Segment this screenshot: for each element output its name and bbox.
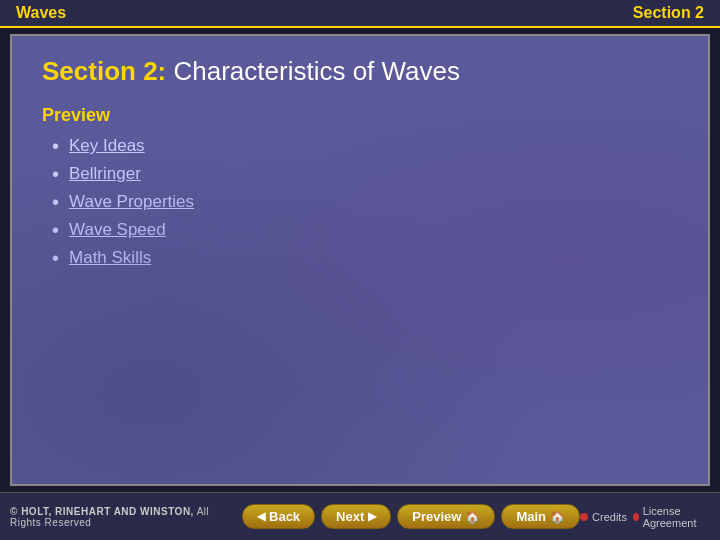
- bullet-dot: •: [52, 164, 59, 184]
- preview-label: Preview: [412, 509, 461, 524]
- bullet-dot: •: [52, 248, 59, 268]
- credits-button[interactable]: Credits: [580, 511, 627, 523]
- main-home-icon: 🏠: [550, 510, 565, 524]
- bellringer-link[interactable]: Bellringer: [69, 164, 141, 184]
- list-item: • Key Ideas: [52, 136, 678, 156]
- next-label: Next: [336, 509, 364, 524]
- slide-title-bold: Section 2:: [42, 56, 166, 86]
- next-arrow-icon: ▶: [368, 510, 376, 523]
- bullet-dot: •: [52, 136, 59, 156]
- list-item: • Wave Speed: [52, 220, 678, 240]
- slide-container: Section 2: Characteristics of Waves Prev…: [10, 34, 710, 486]
- preview-button[interactable]: Preview 🏠: [397, 504, 495, 529]
- preview-home-icon: 🏠: [465, 510, 480, 524]
- main-button[interactable]: Main 🏠: [501, 504, 580, 529]
- list-item: • Bellringer: [52, 164, 678, 184]
- copyright-text: © HOLT, RINEHART AND WINSTON,: [10, 506, 194, 517]
- list-item: • Wave Properties: [52, 192, 678, 212]
- list-item: • Math Skills: [52, 248, 678, 268]
- top-bar-right-title: Section 2: [633, 4, 704, 22]
- back-arrow-icon: ◀: [257, 510, 265, 523]
- preview-label: Preview: [42, 105, 678, 126]
- footer-links: Credits License Agreement: [580, 505, 710, 529]
- bottom-bar: © HOLT, RINEHART AND WINSTON, All Rights…: [0, 492, 720, 540]
- math-skills-link[interactable]: Math Skills: [69, 248, 151, 268]
- license-button[interactable]: License Agreement: [633, 505, 710, 529]
- bullet-dot: •: [52, 220, 59, 240]
- main-label: Main: [516, 509, 546, 524]
- slide-title-normal: Characteristics of Waves: [166, 56, 460, 86]
- license-dot-icon: [633, 513, 639, 521]
- copyright-area: © HOLT, RINEHART AND WINSTON, All Rights…: [10, 506, 242, 528]
- back-button[interactable]: ◀ Back: [242, 504, 315, 529]
- license-label: License Agreement: [643, 505, 710, 529]
- top-bar: Waves Section 2: [0, 0, 720, 28]
- wave-properties-link[interactable]: Wave Properties: [69, 192, 194, 212]
- bullet-list: • Key Ideas • Bellringer • Wave Properti…: [52, 136, 678, 268]
- top-bar-left-title: Waves: [16, 4, 66, 22]
- credits-label: Credits: [592, 511, 627, 523]
- key-ideas-link[interactable]: Key Ideas: [69, 136, 145, 156]
- wave-speed-link[interactable]: Wave Speed: [69, 220, 166, 240]
- back-label: Back: [269, 509, 300, 524]
- slide-title: Section 2: Characteristics of Waves: [42, 56, 678, 87]
- next-button[interactable]: Next ▶: [321, 504, 391, 529]
- credits-dot-icon: [580, 513, 588, 521]
- bullet-dot: •: [52, 192, 59, 212]
- nav-buttons: ◀ Back Next ▶ Preview 🏠 Main 🏠: [242, 504, 580, 529]
